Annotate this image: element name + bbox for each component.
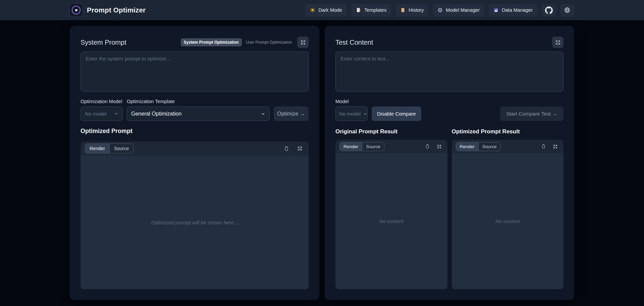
optimization-model-select[interactable]: No model — [80, 106, 123, 121]
source-tab[interactable]: Source — [478, 142, 500, 151]
panel-fullscreen-button[interactable] — [553, 144, 558, 149]
panel-fullscreen-button[interactable] — [437, 144, 442, 149]
system-prompt-header-actions: System Prompt Optimization User Prompt O… — [181, 37, 309, 48]
test-content-fullscreen-button[interactable] — [552, 37, 564, 48]
disable-compare-button[interactable]: Disable Compare — [372, 106, 421, 121]
optimization-controls: Optimization Model Optimization Template… — [80, 99, 309, 121]
tab-system-prompt-optimization[interactable]: System Prompt Optimization — [181, 38, 242, 46]
floppy-icon — [493, 7, 499, 13]
test-content-header: Test Content — [335, 37, 564, 48]
copy-button[interactable] — [541, 144, 546, 149]
model-manager-label: Model Manager — [446, 7, 480, 13]
optimized-prompt-panel-header: Render Source — [80, 141, 309, 156]
expand-icon — [555, 40, 561, 45]
test-content-input[interactable] — [335, 51, 564, 92]
copy-button[interactable] — [425, 144, 430, 149]
test-model-select[interactable]: No model — [335, 106, 368, 121]
tab-user-prompt-optimization[interactable]: User Prompt Optimization — [246, 40, 292, 45]
scroll-icon — [400, 7, 406, 13]
original-result-empty-text: No content — [379, 218, 404, 224]
render-tab[interactable]: Render — [85, 144, 109, 153]
source-tab[interactable]: Source — [362, 142, 384, 151]
optimized-result-panel: Render Source — [452, 140, 564, 289]
app-title: Prompt Optimizer — [87, 6, 146, 14]
clipboard-icon — [284, 146, 289, 151]
github-icon — [545, 6, 553, 14]
system-prompt-fullscreen-button[interactable] — [297, 37, 309, 48]
app-logo — [70, 4, 83, 16]
optimization-template-select[interactable]: General Optimization — [127, 106, 270, 121]
render-tab[interactable]: Render — [456, 142, 478, 151]
original-result-panel-header: Render Source — [335, 140, 447, 153]
chevron-down-icon — [114, 112, 118, 116]
expand-icon — [300, 40, 306, 45]
render-tab[interactable]: Render — [340, 142, 362, 151]
optimized-prompt-title: Optimized Prompt — [80, 128, 309, 135]
expand-icon — [297, 146, 303, 151]
copy-button[interactable] — [284, 146, 289, 151]
optimized-result-body: No content — [452, 153, 564, 289]
panel-fullscreen-button[interactable] — [297, 146, 303, 151]
source-tab[interactable]: Source — [109, 144, 133, 153]
test-content-card: Test Content Model No model Disable Comp… — [325, 26, 574, 300]
expand-icon — [553, 144, 558, 149]
panel-tools — [284, 146, 304, 151]
original-result-panel: Render Source — [335, 140, 447, 289]
start-compare-test-button[interactable]: Start Compare Test → — [500, 106, 564, 121]
chevron-down-icon — [261, 112, 265, 116]
model-label: Model — [335, 99, 564, 104]
expand-icon — [437, 144, 442, 149]
results-row: Original Prompt Result Render Source — [335, 128, 564, 289]
optimized-result-title: Optimized Prompt Result — [452, 128, 564, 135]
view-mode-toggle: Render Source — [456, 142, 501, 151]
system-prompt-input[interactable] — [80, 51, 309, 92]
optimization-model-value: No model — [85, 111, 106, 117]
test-content-title: Test Content — [335, 39, 373, 46]
panel-tools — [541, 144, 559, 149]
clipboard-icon — [425, 144, 430, 149]
heart-icon — [74, 8, 78, 12]
prompt-mode-toggle: System Prompt Optimization User Prompt O… — [181, 38, 292, 46]
brand: Prompt Optimizer — [70, 4, 146, 16]
system-prompt-title: System Prompt — [80, 39, 126, 46]
main-content: System Prompt System Prompt Optimization… — [70, 26, 574, 300]
optimized-prompt-body: Optimized prompt will be shown here... — [80, 156, 309, 289]
language-button[interactable] — [560, 4, 574, 16]
view-mode-toggle: Render Source — [85, 143, 133, 154]
optimized-prompt-empty-text: Optimized prompt will be shown here... — [151, 220, 238, 225]
clipboard-icon — [541, 144, 546, 149]
optimize-button[interactable]: Optimize → — [274, 106, 309, 121]
nav-actions: Dark Mode Templates Histo — [305, 4, 574, 16]
view-mode-toggle: Render Source — [339, 142, 384, 151]
panel-tools — [425, 144, 443, 149]
dark-mode-button[interactable]: Dark Mode — [305, 4, 347, 16]
original-result-body: No content — [335, 153, 447, 289]
history-button[interactable]: History — [395, 4, 428, 16]
test-model-value: No model — [339, 111, 361, 117]
optimization-model-label: Optimization Model — [80, 99, 123, 104]
history-label: History — [409, 7, 424, 13]
original-result-title: Original Prompt Result — [335, 128, 447, 135]
test-controls: No model Disable Compare Start Compare T… — [335, 106, 564, 121]
globe-icon — [564, 7, 571, 13]
system-prompt-card: System Prompt System Prompt Optimization… — [70, 26, 319, 300]
data-manager-label: Data Manager — [502, 7, 533, 13]
templates-label: Templates — [364, 7, 386, 13]
sun-icon — [310, 7, 315, 13]
gear-icon — [437, 7, 443, 13]
optimized-result-panel-header: Render Source — [452, 140, 564, 153]
optimization-template-label: Optimization Template — [127, 99, 270, 104]
chevron-down-icon — [363, 112, 367, 116]
data-manager-button[interactable]: Data Manager — [489, 4, 537, 16]
dark-mode-label: Dark Mode — [318, 7, 342, 13]
templates-button[interactable]: Templates — [351, 4, 391, 16]
optimized-result-empty-text: No content — [495, 218, 520, 224]
original-result-column: Original Prompt Result Render Source — [335, 128, 447, 289]
logo-ring — [72, 6, 80, 14]
model-manager-button[interactable]: Model Manager — [433, 4, 484, 16]
github-button[interactable] — [542, 4, 556, 16]
memo-icon — [356, 7, 361, 13]
top-nav: Prompt Optimizer Dark Mode — [0, 0, 644, 20]
optimization-template-value: General Optimization — [131, 111, 181, 117]
system-prompt-header: System Prompt System Prompt Optimization… — [80, 37, 309, 48]
